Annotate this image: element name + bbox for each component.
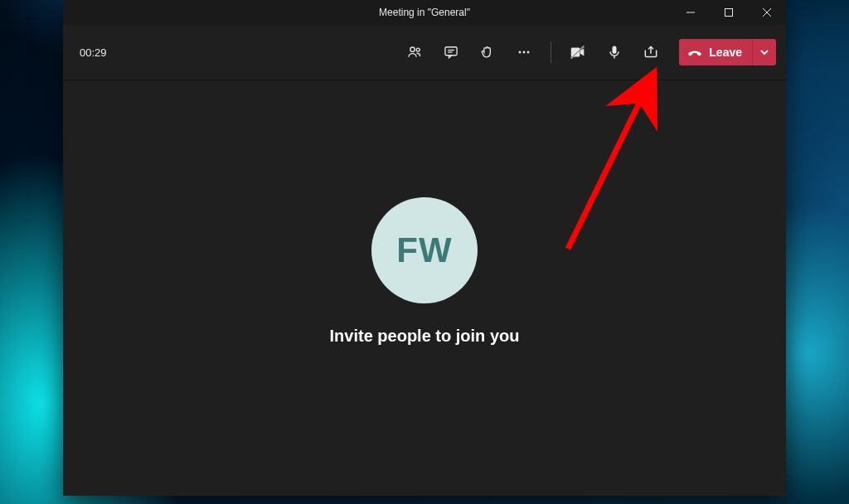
svg-point-9 (519, 51, 522, 54)
ellipsis-icon (516, 44, 532, 61)
participant-avatar: FW (371, 197, 478, 303)
svg-rect-1 (725, 9, 733, 17)
leave-button[interactable]: Leave (679, 39, 752, 65)
svg-point-10 (523, 51, 526, 54)
svg-point-5 (416, 48, 420, 51)
maximize-icon (725, 8, 733, 17)
window-title: Meeting in "General" (177, 7, 672, 18)
window-controls (672, 0, 786, 25)
chevron-down-icon (760, 48, 769, 56)
leave-split-button: Leave (679, 39, 776, 65)
close-icon (763, 8, 771, 17)
meeting-window: Meeting in "General" 00:29 (63, 0, 786, 496)
svg-point-11 (527, 51, 530, 54)
share-tray-icon (643, 44, 659, 61)
svg-rect-14 (613, 46, 617, 54)
share-screen-button[interactable] (636, 37, 666, 67)
minimize-button[interactable] (672, 0, 710, 25)
meeting-toolbar: 00:29 (63, 25, 786, 80)
meeting-timer: 00:29 (73, 46, 114, 59)
close-button[interactable] (748, 0, 786, 25)
meeting-stage: FW Invite people to join you (63, 80, 786, 496)
hand-icon (479, 44, 496, 61)
maximize-button[interactable] (710, 0, 748, 25)
participants-button[interactable] (400, 37, 429, 67)
camera-button[interactable] (563, 37, 593, 67)
microphone-icon (606, 44, 623, 61)
chat-icon (443, 44, 459, 61)
minimize-icon (686, 8, 695, 17)
svg-rect-6 (445, 47, 457, 56)
people-icon (406, 44, 423, 61)
camera-off-icon (569, 43, 587, 61)
raise-hand-button[interactable] (473, 37, 502, 67)
microphone-button[interactable] (599, 37, 629, 67)
avatar-initials: FW (396, 230, 452, 270)
hangup-icon (687, 45, 702, 60)
more-actions-button[interactable] (509, 37, 539, 67)
toolbar-separator (551, 41, 551, 63)
titlebar[interactable]: Meeting in "General" (63, 0, 786, 25)
svg-point-4 (410, 47, 415, 51)
leave-options-button[interactable] (752, 39, 776, 65)
leave-label: Leave (709, 46, 742, 59)
invite-prompt: Invite people to join you (330, 327, 520, 346)
chat-button[interactable] (436, 37, 466, 67)
